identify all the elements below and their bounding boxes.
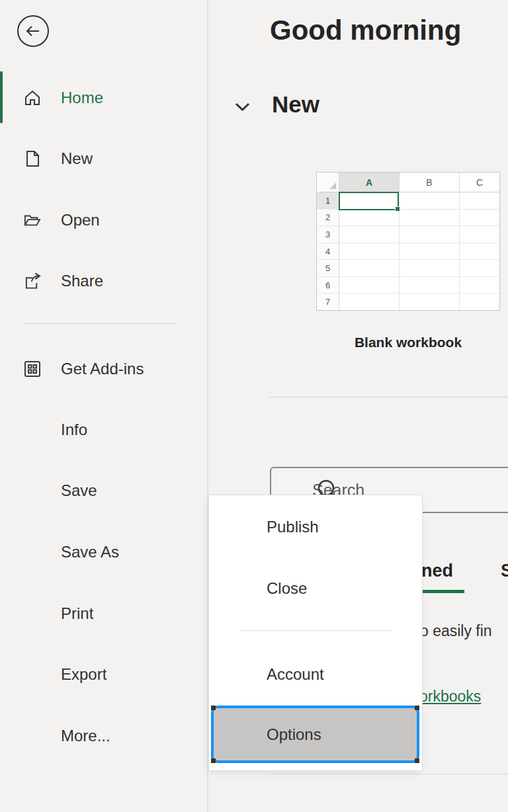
annotation-corner-mark [211, 758, 216, 763]
row-header-7: 7 [317, 294, 339, 310]
selected-cell-a1 [339, 192, 399, 210]
back-button[interactable] [17, 15, 49, 47]
sidebar-item-label: New [61, 149, 93, 168]
row-header-1: 1 [317, 192, 339, 209]
open-folder-icon [24, 212, 41, 229]
sidebar-item-home[interactable]: Home [0, 85, 198, 111]
new-section-header[interactable]: New [235, 91, 319, 118]
sidebar-item-label: Info [61, 421, 87, 439]
sidebar-item-label: Share [61, 272, 103, 290]
blank-workbook-card[interactable]: A B C 1 2 3 4 5 6 7 Blank workbook [316, 172, 500, 350]
greeting-title: Good morning [270, 15, 461, 46]
sidebar-item-label: Open [61, 211, 100, 229]
row-header-4: 4 [317, 243, 339, 260]
menu-item-options[interactable]: Options [211, 706, 419, 763]
fill-handle [395, 206, 400, 212]
column-header-a: A [339, 173, 400, 192]
menu-item-close[interactable]: Close [267, 579, 307, 598]
sidebar-item-save[interactable]: Save [0, 477, 198, 504]
sidebar-item-label: Save As [61, 543, 119, 561]
select-all-corner [317, 173, 339, 192]
add-ins-icon [24, 360, 41, 378]
annotation-corner-mark [211, 706, 216, 710]
sidebar-item-print[interactable]: Print [0, 600, 198, 627]
sidebar-item-label: More... [61, 727, 110, 745]
row-header-2: 2 [317, 210, 339, 226]
sidebar-item-label: Home [61, 89, 103, 107]
new-section-title: New [272, 91, 319, 118]
sidebar-item-info[interactable]: Info [0, 417, 198, 443]
sidebar-item-new[interactable]: New [0, 145, 198, 172]
row-header-3: 3 [317, 226, 339, 243]
annotation-corner-mark [415, 758, 419, 763]
blank-workbook-label: Blank workbook [316, 335, 500, 350]
menu-item-options-label: Options [267, 725, 321, 744]
section-divider [270, 397, 508, 397]
sidebar-item-more[interactable]: More... [0, 723, 198, 749]
tab-shared[interactable]: S [501, 561, 508, 581]
sidebar-divider [24, 323, 177, 324]
annotation-corner-mark [415, 706, 419, 710]
share-icon [24, 272, 41, 290]
new-document-icon [24, 150, 41, 167]
sidebar-item-label: Print [61, 604, 93, 623]
tab-pinned[interactable]: ned [421, 561, 453, 581]
column-header-b: B [400, 173, 460, 192]
sidebar-item-share[interactable]: Share [0, 268, 198, 294]
back-arrow-icon [24, 22, 42, 40]
column-header-c: C [460, 173, 499, 192]
row-header-5: 5 [317, 260, 339, 276]
workbook-thumbnail: A B C 1 2 3 4 5 6 7 [316, 172, 500, 311]
empty-state-text: o easily fin [420, 622, 492, 640]
home-icon [24, 89, 41, 106]
active-tab-indicator [420, 590, 464, 593]
chevron-down-icon [235, 102, 250, 112]
row-header-6: 6 [317, 277, 339, 294]
menu-divider [241, 630, 392, 631]
sidebar-item-label: Save [61, 481, 97, 500]
menu-item-publish[interactable]: Publish [267, 518, 319, 536]
workbooks-link[interactable]: orkbooks [419, 688, 481, 706]
sidebar-item-label: Export [61, 665, 106, 684]
sidebar-item-label: Get Add-ins [61, 360, 144, 378]
excel-backstage-view: Home New Open Share [0, 0, 508, 812]
sidebar-item-export[interactable]: Export [0, 661, 198, 688]
sidebar-item-save-as[interactable]: Save As [0, 539, 198, 565]
sidebar-item-get-add-ins[interactable]: Get Add-ins [0, 356, 198, 382]
sidebar-item-open[interactable]: Open [0, 207, 198, 233]
more-options-menu: Publish Close Account Options [208, 495, 423, 771]
menu-item-account[interactable]: Account [267, 665, 324, 684]
bottom-divider [270, 774, 508, 774]
